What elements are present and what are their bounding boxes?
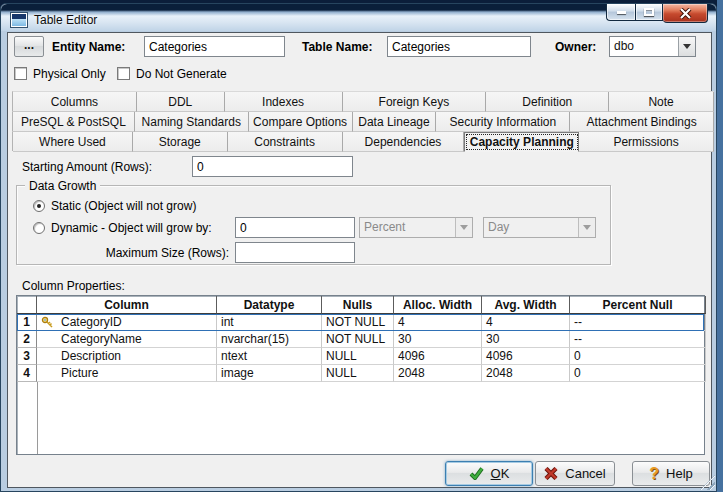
cell: image: [217, 365, 322, 382]
table-editor-window: Table Editor ... Entity Name: Table Name…: [0, 3, 717, 492]
tab-definition[interactable]: Definition: [486, 92, 609, 112]
chevron-down-icon: [583, 225, 591, 230]
tab-label: Storage: [159, 135, 201, 149]
column-header-datatype[interactable]: Datatype: [217, 296, 322, 314]
column-header-percent-null[interactable]: Percent Null: [570, 296, 706, 314]
tab-row-1: ColumnsDDLIndexesForeign KeysDefinitionN…: [12, 91, 714, 111]
tab-label: Definition: [522, 95, 572, 109]
table-name-input[interactable]: [387, 36, 531, 57]
cell: 2048: [394, 365, 482, 382]
row-number[interactable]: 2: [17, 331, 37, 348]
tab-label: Foreign Keys: [379, 95, 450, 109]
max-size-input[interactable]: [235, 242, 355, 263]
close-button[interactable]: [663, 4, 708, 23]
static-radio[interactable]: [33, 200, 45, 212]
tab-columns[interactable]: Columns: [13, 92, 137, 112]
cell: 4096: [482, 348, 570, 365]
table-row[interactable]: 3DescriptionntextNULL409640960: [17, 348, 704, 365]
row-number[interactable]: 3: [17, 348, 37, 365]
cancel-label: Cancel: [565, 466, 605, 481]
primary-key-slot: [41, 316, 61, 329]
physical-only-label: Physical Only: [33, 67, 106, 81]
cell: ntext: [217, 348, 322, 365]
column-properties-label: Column Properties:: [22, 279, 125, 293]
tab-constraints[interactable]: Constraints: [228, 132, 343, 152]
owner-dropdown-arrow[interactable]: [678, 37, 695, 56]
row-number[interactable]: 4: [17, 365, 37, 382]
grid-gutter-line: [37, 382, 38, 454]
tab-dependencies[interactable]: Dependencies: [343, 132, 465, 152]
cell: 2048: [482, 365, 570, 382]
cell: 0: [570, 365, 706, 382]
tab-label: Where Used: [39, 135, 106, 149]
titlebar[interactable]: Table Editor: [1, 4, 716, 31]
minimize-button[interactable]: [606, 4, 635, 21]
starting-amount-input[interactable]: [192, 156, 353, 177]
screen: Table Editor ... Entity Name: Table Name…: [0, 0, 723, 492]
browse-button[interactable]: ...: [14, 36, 44, 57]
cancel-button[interactable]: Cancel: [535, 461, 615, 486]
growth-period-dropdown-arrow[interactable]: [578, 218, 595, 237]
physical-only-checkbox[interactable]: [14, 67, 27, 80]
tab-label: DDL: [168, 95, 192, 109]
tab-strip: ColumnsDDLIndexesForeign KeysDefinitionN…: [12, 91, 714, 151]
tab-label: Security Information: [449, 115, 556, 129]
cell: int: [217, 314, 322, 331]
tab-compare-options[interactable]: Compare Options: [249, 112, 353, 132]
max-size-label: Maximum Size (Rows):: [47, 246, 229, 260]
growth-unit-dropdown-arrow[interactable]: [455, 218, 472, 237]
tab-data-lineage[interactable]: Data Lineage: [353, 112, 437, 132]
tab-indexes[interactable]: Indexes: [225, 92, 343, 112]
growth-period-select[interactable]: Day: [483, 217, 596, 238]
tab-row-3: Where UsedStorageConstraintsDependencies…: [12, 131, 714, 151]
tab-label: Columns: [51, 95, 98, 109]
growth-unit-value: Percent: [360, 218, 455, 237]
tab-label: Dependencies: [365, 135, 442, 149]
cell: --: [570, 314, 706, 331]
tab-permissions[interactable]: Permissions: [579, 132, 714, 152]
data-growth-group: Data Growth Static (Object will not grow…: [16, 185, 611, 265]
column-header-alloc-width[interactable]: Alloc. Width: [394, 296, 482, 314]
maximize-button[interactable]: [635, 4, 663, 21]
tab-capacity-planning[interactable]: Capacity Planning: [464, 132, 579, 152]
tab-where-used[interactable]: Where Used: [13, 132, 133, 152]
dynamic-radio[interactable]: [33, 222, 45, 234]
tab-attachment-bindings[interactable]: Attachment Bindings: [570, 112, 714, 132]
tab-label: Permissions: [613, 135, 678, 149]
table-row[interactable]: 1CategoryIDintNOT NULL44--: [17, 314, 704, 331]
owner-value: dbo: [610, 37, 678, 56]
dynamic-amount-input[interactable]: [235, 217, 355, 238]
tab-naming-standards[interactable]: Naming Standards: [135, 112, 249, 132]
cell: 30: [394, 331, 482, 348]
table-row[interactable]: 4PictureimageNULL204820480: [17, 365, 704, 382]
cell: NOT NULL: [322, 331, 394, 348]
column-header-column[interactable]: Column: [37, 296, 217, 314]
column-name-text: Description: [61, 349, 121, 363]
tab-security-information[interactable]: Security Information: [436, 112, 570, 132]
tab-row-2: PreSQL & PostSQLNaming StandardsCompare …: [12, 111, 714, 131]
tab-presql-postsql[interactable]: PreSQL & PostSQL: [13, 112, 135, 132]
ok-check-icon: [469, 467, 484, 480]
tab-label: Data Lineage: [358, 115, 429, 129]
help-label: Help: [666, 466, 693, 481]
help-button[interactable]: ? Help: [632, 461, 710, 486]
cell: 30: [482, 331, 570, 348]
table-row[interactable]: 2CategoryNamenvarchar(15)NOT NULL3030--: [17, 331, 704, 348]
help-question-icon: ?: [649, 465, 659, 483]
entity-name-input[interactable]: [144, 36, 285, 57]
tab-storage[interactable]: Storage: [133, 132, 228, 152]
owner-select[interactable]: dbo: [609, 36, 696, 57]
tab-note[interactable]: Note: [609, 92, 714, 112]
tab-foreign-keys[interactable]: Foreign Keys: [343, 92, 487, 112]
column-header-avg-width[interactable]: Avg. Width: [482, 296, 570, 314]
cell: 4: [394, 314, 482, 331]
tab-label: Indexes: [262, 95, 304, 109]
tab-ddl[interactable]: DDL: [137, 92, 225, 112]
row-number[interactable]: 1: [17, 314, 37, 331]
growth-period-value: Day: [484, 218, 578, 237]
ok-button[interactable]: OK: [445, 461, 533, 486]
do-not-generate-checkbox[interactable]: [117, 67, 130, 80]
growth-unit-select[interactable]: Percent: [359, 217, 473, 238]
column-name-text: Picture: [61, 366, 98, 380]
column-header-nulls[interactable]: Nulls: [322, 296, 394, 314]
